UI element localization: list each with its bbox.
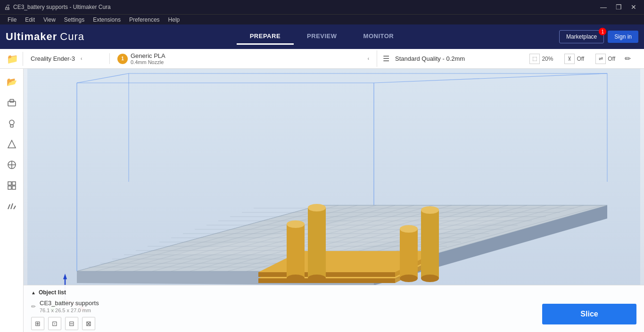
menu-help[interactable]: Help: [165, 16, 184, 24]
nav-tabs: PREPARE PREVIEW MONITOR: [237, 29, 407, 45]
adhesion-icon: ⇌: [595, 54, 606, 64]
menu-preferences[interactable]: Preferences: [125, 16, 164, 24]
object-dims: 76.1 x 26.5 x 27.0 mm: [40, 308, 99, 313]
infill-icon: ⬚: [529, 54, 540, 64]
printer-arrow-left[interactable]: ‹: [81, 56, 82, 61]
svg-rect-78: [421, 210, 439, 278]
infill-group: ⬚ 20%: [529, 54, 553, 64]
bottom-icon-1[interactable]: ⊞: [31, 317, 44, 330]
object-list-toggle[interactable]: ▲ Object list: [31, 289, 636, 296]
svg-point-70: [287, 220, 305, 228]
svg-rect-11: [12, 186, 16, 189]
sidebar-tool-2[interactable]: [2, 114, 21, 133]
support-group: ⊻ Off: [564, 54, 584, 64]
app-icon: 🖨: [4, 3, 10, 11]
svg-rect-72: [308, 208, 326, 278]
marketplace-badge: 1: [599, 28, 606, 35]
logo-part2: Cura: [60, 31, 84, 42]
menu-settings[interactable]: Settings: [60, 16, 88, 24]
svg-rect-69: [287, 224, 305, 278]
svg-rect-3: [10, 125, 13, 127]
sidebar-tool-3[interactable]: [2, 135, 21, 154]
titlebar: 🖨 CE3_battery supports - Ultimaker Cura …: [0, 0, 644, 14]
slice-button[interactable]: Slice: [542, 304, 636, 324]
material-badge: 1: [117, 54, 128, 64]
edit-object-icon[interactable]: ✏: [31, 303, 36, 310]
edit-settings-button[interactable]: ✏: [621, 52, 635, 65]
svg-point-74: [308, 275, 326, 282]
printer-name: Creality Ender-3: [31, 55, 75, 62]
app-logo: UltimakerCura: [6, 31, 84, 43]
svg-rect-10: [8, 186, 11, 189]
svg-rect-8: [8, 182, 11, 185]
svg-point-73: [308, 204, 326, 211]
svg-line-12: [8, 204, 10, 209]
svg-point-2: [9, 120, 14, 125]
material-selector[interactable]: 1 Generic PLA 0.4mm Nozzle ‹: [110, 50, 377, 67]
svg-rect-9: [12, 182, 16, 185]
main-area: 📂: [0, 69, 644, 332]
svg-marker-4: [8, 140, 16, 148]
logo-part1: Ultimaker: [6, 31, 57, 42]
svg-point-77: [400, 275, 418, 282]
material-arrow-left[interactable]: ‹: [368, 56, 369, 61]
svg-marker-64: [258, 278, 395, 283]
toolbar2: 📁 Creality Ender-3 ‹ 1 Generic PLA 0.4mm…: [0, 49, 644, 69]
material-sub: 0.4mm Nozzle: [131, 59, 165, 65]
svg-line-13: [11, 203, 13, 209]
bottom-icon-row: ⊞ ⊡ ⊟ ⊠: [31, 317, 95, 330]
quality-text: Standard Quality - 0.2mm: [395, 55, 465, 62]
infill-pct: 20%: [542, 56, 553, 62]
close-button[interactable]: ✕: [627, 2, 640, 12]
object-list-label: Object list: [39, 289, 66, 296]
menu-extensions[interactable]: Extensions: [89, 16, 124, 24]
left-sidebar: 📂: [0, 69, 24, 332]
folder-icon: 📁: [7, 53, 18, 65]
header: UltimakerCura PREPARE PREVIEW MONITOR Ma…: [0, 24, 644, 49]
adhesion-label: Off: [608, 56, 615, 62]
tab-prepare[interactable]: PREPARE: [237, 29, 294, 45]
bottom-icon-2[interactable]: ⊡: [48, 317, 61, 330]
bottom-icon-4[interactable]: ⊠: [82, 317, 95, 330]
maximize-button[interactable]: ❒: [612, 2, 625, 12]
tab-monitor[interactable]: MONITOR: [350, 29, 407, 45]
svg-point-79: [421, 206, 439, 214]
support-label: Off: [577, 56, 584, 62]
collapse-arrow: ▲: [31, 290, 36, 295]
quality-section: ☰ Standard Quality - 0.2mm ⬚ 20% ⊻ Off ⇌…: [377, 52, 640, 65]
printer-selector[interactable]: Creality Ender-3 ‹: [25, 53, 110, 64]
svg-rect-75: [400, 229, 418, 278]
sidebar-tool-4[interactable]: [2, 155, 21, 174]
menu-file[interactable]: File: [4, 16, 20, 24]
sidebar-tool-1[interactable]: [2, 93, 21, 112]
menubar: File Edit View Settings Extensions Prefe…: [0, 14, 644, 24]
svg-marker-67: [258, 272, 395, 277]
tab-preview[interactable]: PREVIEW: [294, 29, 350, 45]
menu-view[interactable]: View: [40, 16, 59, 24]
sidebar-tool-5[interactable]: [2, 176, 21, 195]
quality-icon: ☰: [383, 54, 389, 63]
svg-point-80: [421, 275, 439, 282]
svg-point-76: [400, 225, 418, 233]
window-title: CE3_battery supports - Ultimaker Cura: [13, 4, 111, 10]
support-icon: ⊻: [564, 54, 575, 64]
bottom-icon-3[interactable]: ⊟: [65, 317, 78, 330]
sidebar-tool-6[interactable]: [2, 197, 21, 216]
sidebar-tool-open[interactable]: 📂: [2, 73, 21, 91]
svg-line-14: [14, 206, 16, 209]
signin-button[interactable]: Sign in: [608, 31, 638, 43]
svg-rect-1: [10, 99, 14, 102]
adhesion-group: ⇌ Off: [595, 54, 615, 64]
open-folder-button[interactable]: 📁: [4, 50, 21, 67]
viewport[interactable]: ▲ Object list ✏ CE3_battery supports 76.…: [24, 69, 644, 332]
object-name: CE3_battery supports: [40, 300, 99, 307]
material-name: Generic PLA: [131, 52, 165, 59]
minimize-button[interactable]: —: [597, 2, 610, 12]
svg-point-71: [287, 275, 305, 282]
marketplace-button[interactable]: Marketplace 1: [559, 30, 604, 43]
menu-edit[interactable]: Edit: [21, 16, 39, 24]
